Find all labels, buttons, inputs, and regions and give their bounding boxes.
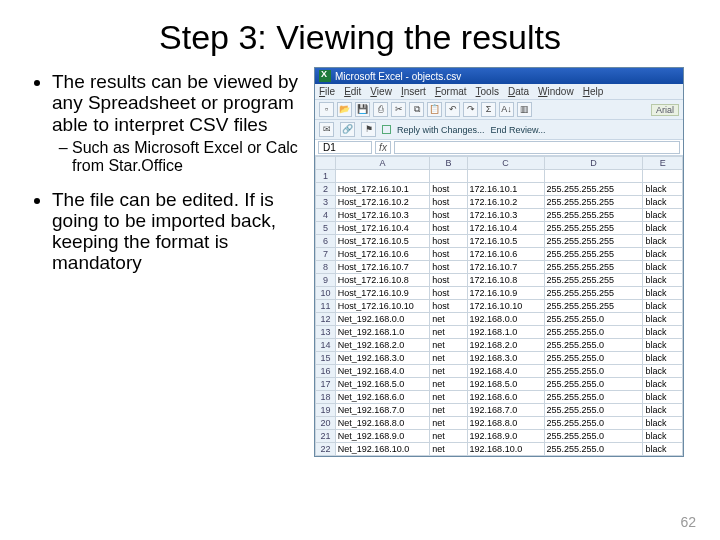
- cell[interactable]: 172.16.10.2: [467, 196, 544, 209]
- cell[interactable]: Host_172.16.10.7: [335, 261, 429, 274]
- row-header[interactable]: 3: [316, 196, 336, 209]
- cell[interactable]: black: [643, 339, 683, 352]
- flag-icon[interactable]: ⚑: [361, 122, 376, 137]
- print-icon[interactable]: ⎙: [373, 102, 388, 117]
- menu-window[interactable]: Window: [538, 86, 574, 97]
- cell[interactable]: [467, 170, 544, 183]
- cell[interactable]: 255.255.255.255: [544, 183, 643, 196]
- cell[interactable]: host: [430, 300, 467, 313]
- cell[interactable]: Host_172.16.10.2: [335, 196, 429, 209]
- cell[interactable]: black: [643, 378, 683, 391]
- cell[interactable]: 255.255.255.255: [544, 196, 643, 209]
- cell[interactable]: 192.168.8.0: [467, 417, 544, 430]
- cell[interactable]: 255.255.255.0: [544, 391, 643, 404]
- menu-format[interactable]: Format: [435, 86, 467, 97]
- cell[interactable]: Net_192.168.3.0: [335, 352, 429, 365]
- new-icon[interactable]: ▫: [319, 102, 334, 117]
- table-row[interactable]: 22Net_192.168.10.0net192.168.10.0255.255…: [316, 443, 683, 456]
- cell[interactable]: host: [430, 222, 467, 235]
- cell[interactable]: 192.168.1.0: [467, 326, 544, 339]
- col-header-D[interactable]: D: [544, 157, 643, 170]
- cell[interactable]: black: [643, 209, 683, 222]
- table-row[interactable]: 17Net_192.168.5.0net192.168.5.0255.255.2…: [316, 378, 683, 391]
- cell[interactable]: 192.168.9.0: [467, 430, 544, 443]
- cell[interactable]: 172.16.10.7: [467, 261, 544, 274]
- cell[interactable]: Host_172.16.10.3: [335, 209, 429, 222]
- table-row[interactable]: 8Host_172.16.10.7host172.16.10.7255.255.…: [316, 261, 683, 274]
- row-header[interactable]: 12: [316, 313, 336, 326]
- copy-icon[interactable]: ⧉: [409, 102, 424, 117]
- mail-icon[interactable]: ✉: [319, 122, 334, 137]
- menu-insert[interactable]: Insert: [401, 86, 426, 97]
- cell[interactable]: Net_192.168.5.0: [335, 378, 429, 391]
- sort-asc-icon[interactable]: A↓: [499, 102, 514, 117]
- cell[interactable]: Host_172.16.10.4: [335, 222, 429, 235]
- cell[interactable]: black: [643, 183, 683, 196]
- cell[interactable]: black: [643, 430, 683, 443]
- cell[interactable]: 192.168.7.0: [467, 404, 544, 417]
- cell[interactable]: black: [643, 248, 683, 261]
- table-row[interactable]: 5Host_172.16.10.4host172.16.10.4255.255.…: [316, 222, 683, 235]
- cell[interactable]: Net_192.168.6.0: [335, 391, 429, 404]
- row-header[interactable]: 4: [316, 209, 336, 222]
- row-header[interactable]: 22: [316, 443, 336, 456]
- cell[interactable]: Host_172.16.10.5: [335, 235, 429, 248]
- table-row[interactable]: 21Net_192.168.9.0net192.168.9.0255.255.2…: [316, 430, 683, 443]
- cell[interactable]: net: [430, 326, 467, 339]
- row-header[interactable]: 16: [316, 365, 336, 378]
- cell[interactable]: [430, 170, 467, 183]
- cell[interactable]: 172.16.10.9: [467, 287, 544, 300]
- cut-icon[interactable]: ✂: [391, 102, 406, 117]
- cell[interactable]: Host_172.16.10.9: [335, 287, 429, 300]
- cell[interactable]: Net_192.168.2.0: [335, 339, 429, 352]
- cell[interactable]: host: [430, 235, 467, 248]
- row-header[interactable]: 10: [316, 287, 336, 300]
- row-header[interactable]: 11: [316, 300, 336, 313]
- cell[interactable]: black: [643, 287, 683, 300]
- menu-edit[interactable]: Edit: [344, 86, 361, 97]
- cell[interactable]: [643, 170, 683, 183]
- row-header[interactable]: 8: [316, 261, 336, 274]
- row-header[interactable]: 19: [316, 404, 336, 417]
- table-row[interactable]: 15Net_192.168.3.0net192.168.3.0255.255.2…: [316, 352, 683, 365]
- cell[interactable]: net: [430, 417, 467, 430]
- cell[interactable]: 192.168.2.0: [467, 339, 544, 352]
- cell[interactable]: 192.168.4.0: [467, 365, 544, 378]
- menu-view[interactable]: View: [370, 86, 392, 97]
- chart-icon[interactable]: ▥: [517, 102, 532, 117]
- cell[interactable]: net: [430, 339, 467, 352]
- cell[interactable]: black: [643, 365, 683, 378]
- cell[interactable]: net: [430, 313, 467, 326]
- table-row[interactable]: 20Net_192.168.8.0net192.168.8.0255.255.2…: [316, 417, 683, 430]
- cell[interactable]: black: [643, 443, 683, 456]
- cell[interactable]: 255.255.255.255: [544, 235, 643, 248]
- col-header-E[interactable]: E: [643, 157, 683, 170]
- cell[interactable]: black: [643, 261, 683, 274]
- cell[interactable]: black: [643, 196, 683, 209]
- cell[interactable]: 172.16.10.3: [467, 209, 544, 222]
- cell[interactable]: black: [643, 300, 683, 313]
- cell[interactable]: 255.255.255.0: [544, 313, 643, 326]
- cell[interactable]: host: [430, 183, 467, 196]
- cell[interactable]: 255.255.255.0: [544, 417, 643, 430]
- table-row[interactable]: 13Net_192.168.1.0net192.168.1.0255.255.2…: [316, 326, 683, 339]
- sigma-icon[interactable]: Σ: [481, 102, 496, 117]
- row-header[interactable]: 15: [316, 352, 336, 365]
- cell[interactable]: host: [430, 261, 467, 274]
- cell[interactable]: Net_192.168.8.0: [335, 417, 429, 430]
- table-row[interactable]: 9Host_172.16.10.8host172.16.10.8255.255.…: [316, 274, 683, 287]
- row-header[interactable]: 21: [316, 430, 336, 443]
- table-row[interactable]: 19Net_192.168.7.0net192.168.7.0255.255.2…: [316, 404, 683, 417]
- cell[interactable]: 255.255.255.0: [544, 326, 643, 339]
- cell[interactable]: host: [430, 248, 467, 261]
- row-header[interactable]: 7: [316, 248, 336, 261]
- redo-icon[interactable]: ↷: [463, 102, 478, 117]
- cell[interactable]: Host_172.16.10.1: [335, 183, 429, 196]
- cell[interactable]: host: [430, 287, 467, 300]
- menu-help[interactable]: Help: [583, 86, 604, 97]
- cell[interactable]: [544, 170, 643, 183]
- row-header[interactable]: 17: [316, 378, 336, 391]
- cell[interactable]: 255.255.255.255: [544, 248, 643, 261]
- cell[interactable]: black: [643, 235, 683, 248]
- table-row[interactable]: 10Host_172.16.10.9host172.16.10.9255.255…: [316, 287, 683, 300]
